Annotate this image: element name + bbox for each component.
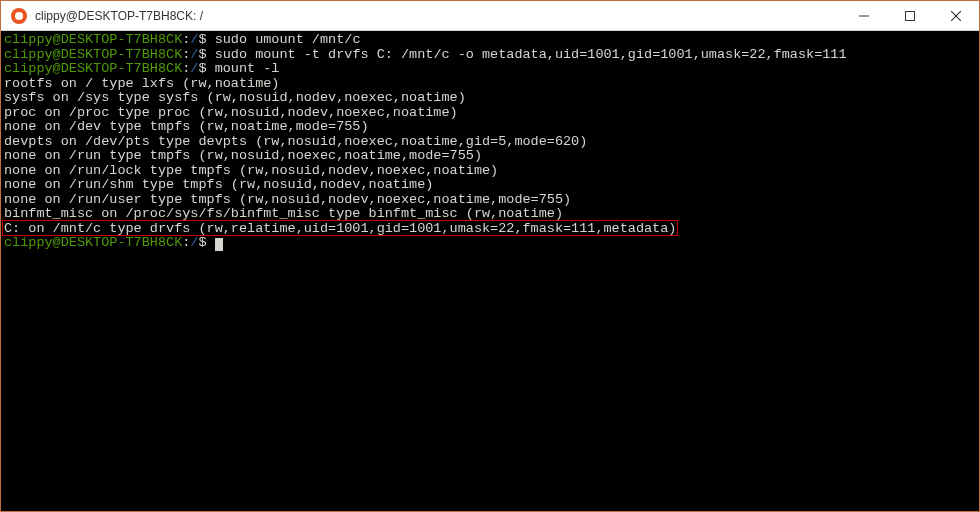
prompt-userhost: clippy@DESKTOP-T7BH8CK	[4, 61, 182, 76]
prompt-dollar: $	[198, 32, 214, 47]
command-line: clippy@DESKTOP-T7BH8CK:/$ sudo mount -t …	[4, 48, 976, 63]
output-line: sysfs on /sys type sysfs (rw,nosuid,node…	[4, 91, 976, 106]
output-line: C: on /mnt/c type drvfs (rw,relatime,uid…	[4, 222, 976, 237]
prompt-dollar: $	[198, 47, 214, 62]
output-line: none on /run type tmpfs (rw,nosuid,noexe…	[4, 149, 976, 164]
output-line: binfmt_misc on /proc/sys/fs/binfmt_misc …	[4, 207, 976, 222]
output-line: proc on /proc type proc (rw,nosuid,nodev…	[4, 106, 976, 121]
terminal-body[interactable]: clippy@DESKTOP-T7BH8CK:/$ sudo umount /m…	[1, 31, 979, 511]
command-text: mount -l	[215, 61, 280, 76]
output-line: none on /run/shm type tmpfs (rw,nosuid,n…	[4, 178, 976, 193]
command-line: clippy@DESKTOP-T7BH8CK:/$ mount -l	[4, 62, 976, 77]
output-line: devpts on /dev/pts type devpts (rw,nosui…	[4, 135, 976, 150]
window-controls	[841, 1, 979, 30]
output-line: none on /run/user type tmpfs (rw,nosuid,…	[4, 193, 976, 208]
svg-rect-1	[906, 11, 915, 20]
output-line: rootfs on / type lxfs (rw,noatime)	[4, 77, 976, 92]
minimize-button[interactable]	[841, 1, 887, 30]
window-title: clippy@DESKTOP-T7BH8CK: /	[35, 9, 203, 23]
close-button[interactable]	[933, 1, 979, 30]
minimize-icon	[859, 11, 869, 21]
prompt-userhost: clippy@DESKTOP-T7BH8CK	[4, 47, 182, 62]
output-line: none on /dev type tmpfs (rw,noatime,mode…	[4, 120, 976, 135]
titlebar[interactable]: clippy@DESKTOP-T7BH8CK: /	[1, 1, 979, 31]
command-text: sudo mount -t drvfs C: /mnt/c -o metadat…	[215, 47, 847, 62]
cursor	[215, 238, 223, 251]
prompt-dollar: $	[198, 235, 214, 250]
prompt-userhost: clippy@DESKTOP-T7BH8CK	[4, 32, 182, 47]
command-text: sudo umount /mnt/c	[215, 32, 361, 47]
maximize-button[interactable]	[887, 1, 933, 30]
output-line: none on /run/lock type tmpfs (rw,nosuid,…	[4, 164, 976, 179]
prompt-dollar: $	[198, 61, 214, 76]
ubuntu-icon	[11, 8, 27, 24]
prompt-line: clippy@DESKTOP-T7BH8CK:/$	[4, 236, 976, 251]
terminal-window: clippy@DESKTOP-T7BH8CK: / clippy@DESKTOP…	[0, 0, 980, 512]
close-icon	[951, 11, 961, 21]
command-line: clippy@DESKTOP-T7BH8CK:/$ sudo umount /m…	[4, 33, 976, 48]
prompt-userhost: clippy@DESKTOP-T7BH8CK	[4, 235, 182, 250]
maximize-icon	[905, 11, 915, 21]
